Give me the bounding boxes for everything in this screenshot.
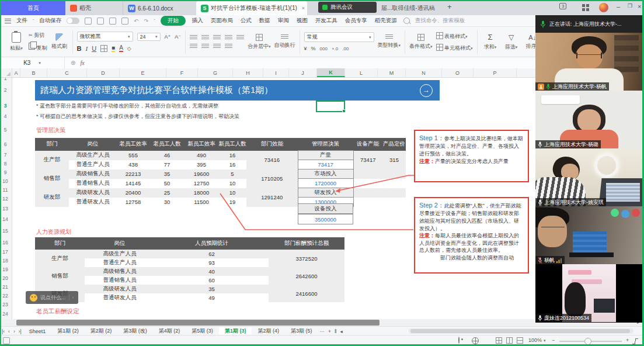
col-M[interactable]: M xyxy=(378,68,406,77)
align-top-icon[interactable] xyxy=(190,35,197,40)
font-size-select[interactable]: 24▾ xyxy=(137,33,161,41)
more-sheets-icon[interactable]: ··· xyxy=(318,328,326,334)
video-tile-participant-3[interactable]: 上海应用技术大学-姚安琪 xyxy=(535,148,642,206)
emoji-icon[interactable] xyxy=(30,294,37,302)
currency-button[interactable]: ¥ xyxy=(304,46,307,51)
table-row[interactable]: 研发部 高级研发人员 35 2416600 xyxy=(35,285,344,293)
collapse-chat-icon[interactable]: ‹ xyxy=(69,295,74,300)
tab-document-covered[interactable]: 届...取得佳绩-通讯稿 xyxy=(377,1,442,15)
type-convert-button[interactable]: 类型转换▾ xyxy=(378,34,401,49)
merge-center-button[interactable]: 合并居中▾ xyxy=(248,34,271,50)
chat-input-placeholder[interactable]: 说点什么... xyxy=(40,294,66,302)
menu-tab-data[interactable]: 数据 xyxy=(258,16,271,26)
sheet-tab-sheet1[interactable]: Sheet1 xyxy=(23,328,52,334)
close-button[interactable]: × xyxy=(638,3,641,10)
align-right-icon[interactable] xyxy=(213,44,221,49)
conditional-format-button[interactable]: 条件格式▾ xyxy=(409,34,433,50)
zoom-formula-icon[interactable]: ⊕ xyxy=(71,60,75,66)
focus-mode-icon[interactable] xyxy=(472,337,479,344)
name-box[interactable]: K3 ▾ xyxy=(0,57,65,68)
align-bottom-icon[interactable] xyxy=(213,35,221,40)
fx-icon[interactable]: fx xyxy=(80,60,84,66)
sheet-tab-p2-4[interactable]: 第2期 (4) xyxy=(252,327,285,335)
new-tab-button[interactable]: + xyxy=(447,2,452,11)
col-A[interactable]: A xyxy=(12,68,20,77)
eye-protect-icon[interactable] xyxy=(458,337,459,344)
col-E[interactable]: E xyxy=(120,68,166,77)
menu-tab-start[interactable]: 开始 xyxy=(161,16,186,26)
video-tile-participant-1[interactable]: 上海应用技术大学-杨帆 xyxy=(535,33,642,91)
sheet-tab-p3-gai[interactable]: 第3期 (改) xyxy=(117,327,153,335)
menu-tab-developer[interactable]: 开发工具 xyxy=(314,16,339,26)
sheet-tab-p3-5[interactable]: 第3期 (5) xyxy=(285,327,318,335)
italic-button[interactable]: I xyxy=(85,45,88,52)
tab-splitter-icon[interactable]: ‖ xyxy=(333,328,339,334)
tab-home[interactable]: 首页 xyxy=(1,1,65,15)
zoom-level[interactable]: 100% xyxy=(528,337,542,343)
menu-tab-insert[interactable]: 插入 xyxy=(191,16,204,26)
col-J[interactable]: J xyxy=(289,68,317,77)
justify-icon[interactable] xyxy=(225,44,232,49)
paste-button[interactable]: 粘贴▾ xyxy=(8,32,25,52)
decrease-font-button[interactable]: A⁻ xyxy=(175,34,181,40)
col-L[interactable]: L xyxy=(345,68,378,77)
decrease-decimal-button[interactable]: .00 xyxy=(342,46,349,51)
percent-button[interactable]: % xyxy=(311,46,316,51)
col-F[interactable]: F xyxy=(166,68,198,77)
borders-button[interactable] xyxy=(100,45,107,52)
restore-button[interactable]: ❐ xyxy=(628,3,632,9)
increase-font-button[interactable]: A⁺ xyxy=(165,34,171,40)
tab-spreadsheet-active[interactable]: S 对抗平台计算模板-瑞途手机(1)(1) × xyxy=(196,1,307,15)
save-icon[interactable] xyxy=(85,18,92,25)
toolbar-caret-icon[interactable]: ˇ xyxy=(154,19,155,23)
col-H[interactable]: H xyxy=(233,68,263,77)
tab-close-icon[interactable]: × xyxy=(302,5,305,11)
filter-button[interactable]: ▽ 筛选▾ xyxy=(503,33,520,51)
tab-docer[interactable]: 稻壳 xyxy=(65,1,121,15)
sheet-tab-p2-2[interactable]: 第2期 (2) xyxy=(85,327,118,335)
sheet-tab-p1-2[interactable]: 第1期 (2) xyxy=(51,327,85,335)
col-B[interactable]: B xyxy=(20,68,47,77)
menu-tab-view[interactable]: 视图 xyxy=(295,16,309,26)
cut-button[interactable]: ✂ 剪切 xyxy=(29,32,47,39)
font-color-button[interactable]: A xyxy=(119,45,123,52)
selected-cell-K3[interactable] xyxy=(316,101,345,112)
eraser-button[interactable]: ◇ xyxy=(127,46,131,51)
table-row[interactable]: 普通销售人员 14145 50 12750 10 1720000 xyxy=(35,179,406,188)
js-macro-icon[interactable] xyxy=(3,337,10,344)
equipment-invest-label-cell[interactable]: 设备投入 xyxy=(298,203,353,214)
col-P[interactable]: P xyxy=(474,68,517,77)
preview-icon[interactable] xyxy=(121,18,128,25)
tab-area-scrollbar-thumb[interactable] xyxy=(410,329,630,333)
undo-icon[interactable]: ↶ xyxy=(134,18,138,24)
autosave-toggle[interactable] xyxy=(67,18,79,24)
col-O[interactable]: O xyxy=(442,68,474,77)
menu-tab-member[interactable]: 会员专享 xyxy=(344,16,368,26)
tab-scroll-left-icon[interactable]: ◂ xyxy=(338,328,344,334)
tab-area-scrollbar[interactable] xyxy=(409,328,633,334)
format-painter-button[interactable]: 格式刷 xyxy=(51,33,68,50)
menu-file[interactable]: 文件 xyxy=(16,17,27,25)
col-G[interactable]: G xyxy=(198,68,233,77)
menu-tab-page-layout[interactable]: 页面布局 xyxy=(210,16,234,26)
select-all-corner[interactable] xyxy=(0,68,12,77)
table-style-button[interactable]: 表格样式▾ xyxy=(436,32,473,40)
meeting-chat-bubble[interactable]: 说点什么... ‹ xyxy=(26,291,78,304)
col-I[interactable]: I xyxy=(263,68,289,77)
circle-arrow-icon[interactable]: → xyxy=(420,84,433,97)
increase-decimal-button[interactable]: +.0 xyxy=(332,46,338,51)
workspace-icon[interactable]: 3 xyxy=(559,3,566,9)
user-avatar[interactable] xyxy=(599,3,608,12)
fill-color-button[interactable]: ■ xyxy=(112,45,115,52)
cell-style-button[interactable]: 单元格样式▾ xyxy=(436,44,473,52)
table-row[interactable]: 销售部 高级销售人员 22213 35 19600 5 1710205 市场投入 xyxy=(35,169,406,179)
table-row[interactable]: 研发部 高级研发人员 20400 25 18000 10 1291240 研发投… xyxy=(35,188,406,198)
table-row[interactable]: 生产部 高级生产人员 555 46 490 16 73416 产量 73417 … xyxy=(35,151,406,160)
redo-icon[interactable]: ↷ xyxy=(144,18,148,24)
scrollbar-thumb[interactable] xyxy=(16,320,380,326)
zoom-out-button[interactable]: − xyxy=(552,337,555,343)
font-name-select[interactable]: 微软雅黑▾ xyxy=(77,32,133,41)
sheet-tab-p4-2[interactable]: 第4期 (2) xyxy=(153,327,186,335)
table-row[interactable]: 生产部 高级生产人员 62 3372520 xyxy=(35,250,344,258)
menu-tab-docer-res[interactable]: 稻壳资源 xyxy=(374,16,398,26)
